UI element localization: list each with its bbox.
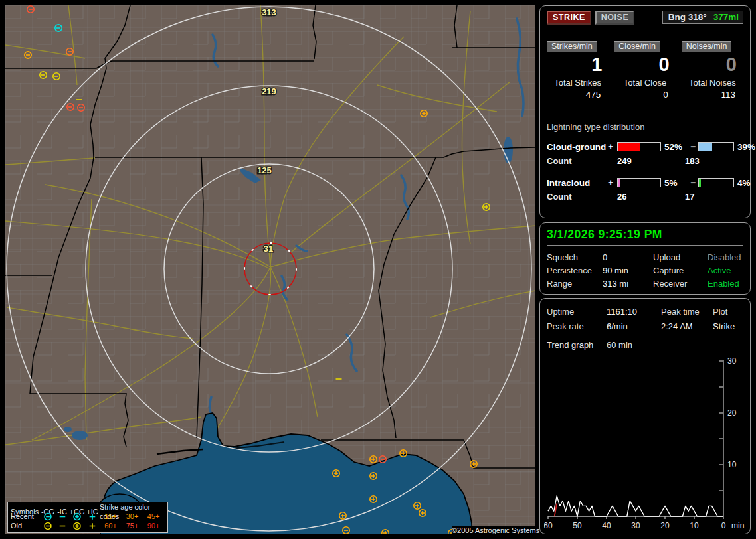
- age-30: 30+: [122, 512, 143, 521]
- trend-graph-value: 60 min: [607, 339, 743, 352]
- noises-counter: Noises/min 0 Total Noises 113: [682, 40, 743, 100]
- cg-negative-count: 183: [685, 156, 743, 166]
- legend-row-recent: Recent 15+ 30+ 45+: [8, 512, 167, 521]
- ic-negative-pct: 4%: [734, 178, 756, 188]
- intracloud-row: Intracloud + 5% − 4%: [547, 177, 743, 188]
- total-noises-label: Total Noises: [682, 78, 743, 88]
- total-close-label: Total Close: [614, 78, 676, 88]
- uptime-value: 1161:10: [607, 305, 661, 319]
- capture-label: Capture: [653, 264, 708, 277]
- plot-value: Strike: [713, 319, 743, 334]
- svg-text:31: 31: [264, 244, 273, 254]
- ic-negative-bar: [698, 178, 734, 187]
- mode-button-row: STRIKE NOISE Bng 318°377mi: [547, 11, 743, 24]
- close-counter: Close/min 0 Total Close 0: [614, 40, 676, 100]
- trend-graph-row: Trend graph 60 min: [547, 339, 743, 352]
- strike-mode-button[interactable]: STRIKE: [547, 11, 591, 25]
- cloud-ground-label: Cloud-ground: [547, 142, 608, 152]
- lightning-distribution: Lightning type distribution Cloud-ground…: [547, 122, 743, 202]
- cg-negative-bar: [698, 142, 734, 151]
- range-label: Range: [547, 277, 603, 291]
- distribution-title: Lightning type distribution: [547, 122, 743, 135]
- svg-text:40: 40: [602, 521, 611, 530]
- legend-header: Symbols -CG -IC +CG +IC Strike age color…: [8, 502, 167, 512]
- legend-old-label: Old: [11, 521, 41, 530]
- bearing-display: Bng 318°377mi: [662, 11, 743, 24]
- intracloud-counts: Count 26 17: [547, 192, 743, 202]
- minus-sign: −: [690, 177, 698, 188]
- strike-counters-panel: STRIKE NOISE Bng 318°377mi Strikes/min 1…: [539, 5, 751, 218]
- range-value: 313 mi: [603, 277, 653, 291]
- squelch-value: 0: [603, 251, 653, 264]
- strikes-per-min-value: 1: [547, 52, 609, 76]
- cg-positive-count: 249: [617, 156, 685, 166]
- svg-text:0: 0: [721, 521, 726, 530]
- close-per-min-label: Close/min: [614, 41, 660, 52]
- cloud-ground-row: Cloud-ground + 52% − 39%: [547, 141, 743, 152]
- plot-label: Plot: [713, 305, 743, 319]
- peak-time-label: Peak time: [661, 305, 713, 319]
- age-90: 90+: [143, 521, 164, 530]
- svg-text:20: 20: [660, 521, 670, 530]
- capture-value: Active: [708, 264, 743, 277]
- cg-positive-pct: 52%: [661, 142, 690, 152]
- symbol-legend: Symbols -CG -IC +CG +IC Strike age color…: [7, 502, 168, 533]
- svg-text:60: 60: [544, 521, 553, 530]
- cg-pos-old-icon: [69, 522, 85, 530]
- svg-text:30: 30: [631, 521, 640, 530]
- receiver-value: Enabled: [708, 277, 743, 291]
- total-strikes-value: 475: [547, 90, 609, 100]
- count-label: Count: [547, 156, 617, 166]
- ic-pos-old-icon: [85, 522, 100, 530]
- noises-per-min-value: 0: [682, 52, 743, 76]
- cg-positive-bar: [617, 142, 661, 151]
- trend-panel: Uptime 1161:10 Peak time Plot Peak rate …: [539, 298, 751, 534]
- upload-value: Disabled: [708, 251, 743, 264]
- legend-recent-label: Recent: [11, 512, 41, 521]
- cg-negative-pct: 39%: [734, 142, 756, 152]
- svg-text:125: 125: [257, 165, 272, 175]
- age-15: 15+: [100, 512, 122, 521]
- ic-positive-count: 26: [617, 192, 685, 202]
- svg-text:10: 10: [690, 521, 699, 530]
- svg-text:min: min: [731, 521, 744, 530]
- age-60: 60+: [100, 521, 122, 530]
- svg-text:50: 50: [573, 521, 582, 530]
- status-panel: 3/1/2026 9:25:19 PM Squelch 0 Upload Dis…: [539, 222, 751, 295]
- receiver-label: Receiver: [653, 277, 708, 291]
- svg-text:313: 313: [262, 7, 276, 17]
- svg-text:20: 20: [727, 408, 737, 418]
- age-75: 75+: [122, 521, 143, 530]
- strikes-per-min-label: Strikes/min: [547, 41, 597, 52]
- ic-neg-recent-icon: [55, 512, 69, 521]
- total-close-value: 0: [614, 90, 676, 100]
- strikes-counter: Strikes/min 1 Total Strikes 475: [547, 40, 609, 100]
- cg-neg-recent-icon: [41, 512, 55, 521]
- datetime-display: 3/1/2026 9:25:19 PM: [547, 228, 743, 246]
- trend-graph-label: Trend graph: [547, 339, 607, 352]
- map-canvas: 31321912531: [5, 5, 535, 534]
- bearing-distance: 377mi: [713, 12, 739, 22]
- legend-row-old: Old 60+ 75+ 90+: [8, 521, 167, 530]
- noise-mode-button[interactable]: NOISE: [595, 11, 634, 25]
- peak-rate-label: Peak rate: [547, 319, 607, 334]
- noises-per-min-label: Noises/min: [682, 41, 732, 52]
- ic-positive-pct: 5%: [661, 178, 690, 188]
- peak-time-value: 2:24 AM: [661, 319, 713, 334]
- lightning-map[interactable]: 31321912531 Symbols -CG -IC +CG +IC Stri…: [5, 5, 535, 534]
- ic-positive-bar: [617, 178, 661, 187]
- upload-label: Upload: [653, 251, 708, 264]
- ic-neg-old-icon: [55, 522, 69, 530]
- peak-rate-value: 6/min: [607, 319, 661, 334]
- total-strikes-label: Total Strikes: [547, 78, 609, 88]
- minus-sign: −: [690, 141, 698, 152]
- count-label: Count: [547, 192, 617, 202]
- cg-pos-recent-icon: [69, 512, 85, 521]
- squelch-label: Squelch: [547, 251, 603, 264]
- trend-graph: 3020106050403020100min: [544, 358, 747, 535]
- cloud-ground-counts: Count 249 183: [547, 156, 743, 166]
- persistence-label: Persistence: [547, 264, 603, 277]
- svg-text:10: 10: [727, 460, 737, 469]
- cg-neg-old-icon: [41, 522, 55, 530]
- ic-pos-recent-icon: [85, 512, 100, 521]
